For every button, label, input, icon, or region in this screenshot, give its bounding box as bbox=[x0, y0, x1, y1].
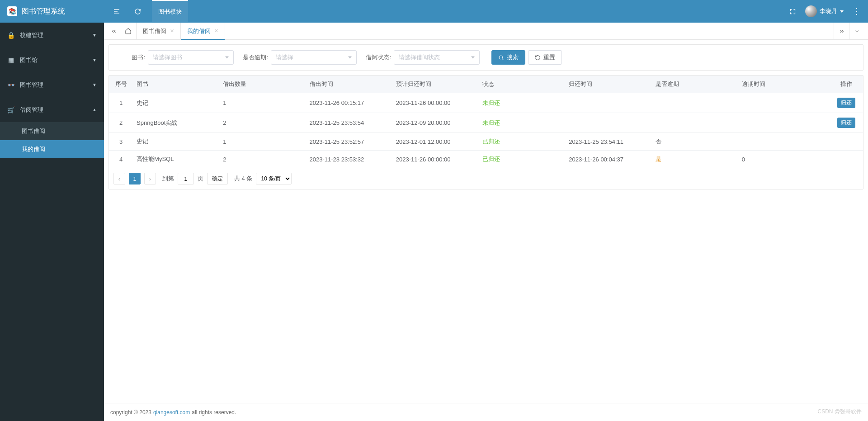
overdue-label: 是否逾期: bbox=[241, 53, 268, 61]
cell-idx: 4 bbox=[109, 151, 133, 168]
cell-ops: 归还 bbox=[830, 113, 863, 133]
chevron-down-icon: ▼ bbox=[92, 33, 97, 38]
tab-home[interactable] bbox=[120, 23, 137, 39]
sidebar-item-label: 图书借阅 bbox=[22, 127, 45, 135]
cell-idx: 3 bbox=[109, 133, 133, 151]
book-label: 图书: bbox=[118, 53, 145, 61]
cell-return-time bbox=[565, 93, 651, 113]
pager-size-select[interactable]: 10 条/页 bbox=[256, 173, 292, 184]
th-status: 状态 bbox=[479, 76, 565, 93]
pager-next[interactable]: › bbox=[144, 173, 156, 184]
search-icon bbox=[498, 55, 504, 61]
tabbar: 图书借阅 ✕ 我的借阅 ✕ bbox=[104, 23, 868, 40]
return-button[interactable]: 归还 bbox=[837, 118, 855, 128]
close-icon[interactable]: ✕ bbox=[170, 28, 174, 34]
avatar-icon bbox=[805, 5, 817, 17]
cell-overdue-days bbox=[738, 113, 830, 133]
cart-icon: 🛒 bbox=[7, 106, 14, 114]
cell-expect-time: 2023-11-26 00:00:00 bbox=[392, 93, 479, 113]
table-row: 3 史记 1 2023-11-25 23:52:57 2023-12-01 12… bbox=[109, 133, 863, 151]
th-ops: 操作 bbox=[830, 76, 863, 93]
return-button[interactable]: 归还 bbox=[837, 98, 855, 108]
th-qty: 借出数量 bbox=[219, 76, 306, 93]
sidebar-item-label: 借阅管理 bbox=[20, 106, 43, 114]
app-title: 图书管理系统 bbox=[22, 7, 65, 16]
sidebar-item-campus[interactable]: 🔒 校建管理 ▼ bbox=[0, 23, 104, 47]
sidebar-item-label: 我的借阅 bbox=[22, 145, 45, 153]
cell-return-time: 2023-11-25 23:54:11 bbox=[565, 133, 651, 151]
pager-goto-label: 到第 bbox=[162, 175, 174, 183]
table-row: 1 史记 1 2023-11-26 00:15:17 2023-11-26 00… bbox=[109, 93, 863, 113]
overdue-select[interactable]: 请选择 bbox=[271, 50, 357, 65]
pager-page-unit: 页 bbox=[198, 175, 203, 183]
cell-qty: 1 bbox=[219, 133, 306, 151]
cell-lend-time: 2023-11-23 23:53:32 bbox=[306, 151, 392, 168]
cell-return-time bbox=[565, 113, 651, 133]
pager-prev[interactable]: ‹ bbox=[113, 173, 125, 184]
table-row: 4 高性能MySQL 2 2023-11-23 23:53:32 2023-11… bbox=[109, 151, 863, 168]
cell-status: 未归还 bbox=[479, 93, 565, 113]
cell-is-overdue bbox=[652, 93, 738, 113]
cell-is-overdue: 否 bbox=[652, 133, 738, 151]
refresh-icon[interactable] bbox=[131, 5, 144, 18]
pager-page-1[interactable]: 1 bbox=[129, 173, 141, 184]
th-is-overdue: 是否逾期 bbox=[652, 76, 738, 93]
cell-status: 已归还 bbox=[479, 151, 565, 168]
cell-overdue-days: 0 bbox=[738, 151, 830, 168]
reset-icon bbox=[535, 55, 541, 61]
th-idx: 序号 bbox=[109, 76, 133, 93]
app-logo[interactable]: 📚 图书管理系统 bbox=[0, 6, 104, 16]
pagination: ‹ 1 › 到第 页 确定 共 4 条 10 条/页 bbox=[109, 168, 863, 189]
footer-link[interactable]: qiangesoft.com bbox=[153, 409, 190, 416]
th-overdue-days: 逾期时间 bbox=[738, 76, 830, 93]
collapse-sidebar-icon[interactable] bbox=[110, 5, 123, 18]
sidebar-item-library[interactable]: ▦ 图书馆 ▼ bbox=[0, 47, 104, 72]
chevron-up-icon: ▲ bbox=[92, 107, 97, 112]
status-select[interactable]: 请选择借阅状态 bbox=[394, 50, 480, 65]
sidebar-item-book-mgmt[interactable]: 👓 图书管理 ▼ bbox=[0, 72, 104, 97]
reset-button[interactable]: 重置 bbox=[528, 50, 562, 65]
logo-icon: 📚 bbox=[7, 6, 17, 16]
table-row: 2 SpringBoot实战 2 2023-11-25 23:53:54 202… bbox=[109, 113, 863, 133]
pager-goto-input[interactable] bbox=[178, 173, 194, 184]
th-return-time: 归还时间 bbox=[565, 76, 651, 93]
chevron-down-icon: ▼ bbox=[92, 82, 97, 87]
user-name: 李晓丹 bbox=[820, 7, 837, 15]
cell-status: 已归还 bbox=[479, 133, 565, 151]
cell-idx: 2 bbox=[109, 113, 133, 133]
cell-return-time: 2023-11-26 00:04:37 bbox=[565, 151, 651, 168]
header-module-book[interactable]: 图书模块 bbox=[152, 0, 188, 22]
cell-is-overdue bbox=[652, 113, 738, 133]
tab-borrow-list[interactable]: 图书借阅 ✕ bbox=[137, 23, 181, 39]
cell-status: 未归还 bbox=[479, 113, 565, 133]
glasses-icon: 👓 bbox=[7, 81, 14, 89]
cell-ops: 归还 bbox=[830, 93, 863, 113]
search-bar: 图书: 请选择图书 是否逾期: 请选择 借阅状态: 请选择借阅状态 搜索 bbox=[108, 44, 863, 71]
sidebar-subitem-my-borrow[interactable]: 我的借阅 bbox=[0, 140, 104, 158]
tab-label: 图书借阅 bbox=[143, 27, 166, 35]
pager-confirm-button[interactable]: 确定 bbox=[207, 173, 228, 184]
fullscreen-icon[interactable] bbox=[786, 5, 799, 18]
cell-expect-time: 2023-11-26 00:00:00 bbox=[392, 151, 479, 168]
footer-suffix: all rights reserved. bbox=[192, 409, 236, 416]
chevron-down-icon bbox=[840, 10, 844, 13]
tab-my-borrow[interactable]: 我的借阅 ✕ bbox=[181, 23, 225, 39]
status-label: 借阅状态: bbox=[364, 53, 391, 61]
book-select[interactable]: 请选择图书 bbox=[148, 50, 234, 65]
sidebar-item-borrow-mgmt[interactable]: 🛒 借阅管理 ▲ bbox=[0, 97, 104, 122]
user-menu[interactable]: 李晓丹 bbox=[805, 5, 844, 17]
more-icon[interactable]: ⋮ bbox=[850, 7, 863, 15]
app-header: 📚 图书管理系统 图书模块 李晓丹 ⋮ bbox=[0, 0, 868, 23]
cell-overdue-days bbox=[738, 133, 830, 151]
pager-total: 共 4 条 bbox=[234, 175, 252, 183]
cell-qty: 1 bbox=[219, 93, 306, 113]
cell-qty: 2 bbox=[219, 113, 306, 133]
lock-icon: 🔒 bbox=[7, 32, 14, 39]
search-button[interactable]: 搜索 bbox=[491, 50, 525, 65]
sidebar-subitem-borrow-list[interactable]: 图书借阅 bbox=[0, 122, 104, 140]
close-icon[interactable]: ✕ bbox=[214, 28, 218, 34]
tabs-dropdown-button[interactable] bbox=[849, 23, 864, 39]
tabs-next-button[interactable] bbox=[834, 23, 849, 39]
tabs-prev-button[interactable] bbox=[108, 23, 120, 39]
sidebar-item-label: 校建管理 bbox=[20, 31, 43, 39]
